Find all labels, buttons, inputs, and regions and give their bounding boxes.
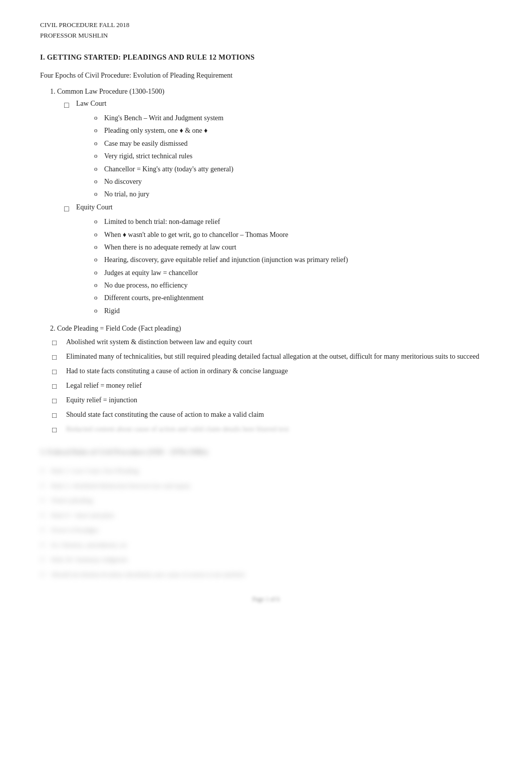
bullet-char: □: [52, 424, 61, 436]
blurred-line: □ Rule 56: Summary Judgment: [40, 553, 492, 566]
list-item: o Hearing, discovery, gave equitable rel…: [94, 254, 492, 266]
numbered-item-1: 1. Common Law Procedure (1300-1500) □ La…: [40, 88, 492, 317]
list-item: o When there is no adequate remedy at la…: [94, 242, 492, 253]
sub-marker: o: [94, 306, 100, 316]
numbered-label-2: 2. Code Pleading = Field Code (Fact plea…: [40, 325, 492, 333]
sub-marker: o: [94, 254, 100, 265]
sub-marker: o: [94, 125, 100, 136]
code-pleading-list: □ Abolished writ system & distinction be…: [40, 337, 492, 436]
bullet-law-court-label: Law Court: [76, 100, 106, 108]
section3-title: 3. Federal Rules of Civil Procedure (193…: [40, 446, 492, 458]
list-item: o Chancellor = King's atty (today's atty…: [94, 164, 492, 175]
numbered-list: 1. Common Law Procedure (1300-1500) □ La…: [40, 88, 492, 436]
list-item: o Judges at equity law = chancellor: [94, 268, 492, 279]
bullet-char: □: [52, 337, 61, 349]
bullet-char: □: [52, 366, 61, 378]
bullet-equity-court-label: Equity Court: [76, 203, 113, 211]
header-block: CIVIL PROCEDURE FALL 2018 PROFESSOR MUSH…: [40, 20, 492, 41]
header-line2: PROFESSOR MUSHLIN: [40, 31, 492, 41]
list-item: o Very rigid, strict technical rules: [94, 151, 492, 162]
list-item: o No due process, no efficiency: [94, 280, 492, 291]
sub-marker: o: [94, 113, 100, 123]
sub-marker: o: [94, 293, 100, 303]
header-line1: CIVIL PROCEDURE FALL 2018: [40, 20, 492, 31]
sub-marker: o: [94, 229, 100, 240]
bullet-law-court: □ Law Court o King's Bench – Writ and Ju…: [40, 100, 492, 200]
sub-marker: o: [94, 164, 100, 174]
blurred-line: □ Rule 1: Law Court, Fact Pleading: [40, 464, 492, 477]
section3-content: □ Rule 1: Law Court, Fact Pleading □ Rul…: [40, 464, 492, 581]
bullet-char-2: □: [64, 203, 72, 214]
sub-marker: o: [94, 280, 100, 291]
list-item: o Pleading only system, one ♦ & one ♦: [94, 125, 492, 136]
sub-marker: o: [94, 151, 100, 161]
section-title: I. GETTING STARTED: PLEADINGS AND RULE 1…: [40, 53, 492, 62]
blurred-line: □ Ex: Dismiss, amendment, etc: [40, 539, 492, 552]
bullet-char-1: □: [64, 100, 72, 111]
blurred-line: □ Should not dismiss ♦ unless absolutely…: [40, 568, 492, 581]
list-item: □ Legal relief = money relief: [40, 380, 492, 392]
law-court-sub-list: o King's Bench – Writ and Judgment syste…: [64, 113, 492, 200]
blurred-line: □ Rule 8 = short and plain: [40, 509, 492, 522]
numbered-label-1: 1. Common Law Procedure (1300-1500): [40, 88, 492, 96]
list-item: o Limited to bench trial: non-damage rel…: [94, 216, 492, 227]
list-item: □ Eliminated many of technicalities, but…: [40, 351, 492, 363]
list-item: □ Should state fact constituting the cau…: [40, 409, 492, 421]
sub-marker: o: [94, 216, 100, 227]
numbered-item-2: 2. Code Pleading = Field Code (Fact plea…: [40, 325, 492, 436]
bullet-char: □: [52, 351, 61, 363]
list-item: □ Abolished writ system & distinction be…: [40, 337, 492, 349]
subtitle: Four Epochs of Civil Procedure: Evolutio…: [40, 72, 492, 80]
page-number: Page 1 of 6: [40, 596, 492, 603]
blurred-line: □ Notice pleading: [40, 494, 492, 507]
list-item: □ Redacted content about cause of action…: [40, 424, 492, 436]
sub-marker: o: [94, 176, 100, 187]
list-item: o Different courts, pre-enlightenment: [94, 293, 492, 304]
bullet-equity-court: □ Equity Court o Limited to bench trial:…: [40, 203, 492, 317]
list-item: o No trial, no jury: [94, 189, 492, 200]
sub-marker: o: [94, 268, 100, 278]
list-item: □ Equity relief = injunction: [40, 395, 492, 407]
list-item: □ Had to state facts constituting a caus…: [40, 366, 492, 378]
bullet-char: □: [52, 409, 61, 421]
sub-marker: o: [94, 189, 100, 199]
blurred-section: 3. Federal Rules of Civil Procedure (193…: [40, 446, 492, 581]
blurred-line: □ Power of ♦ judges: [40, 524, 492, 537]
blurred-line: □ Rule 2: Abolished distinction between …: [40, 479, 492, 492]
sub-marker: o: [94, 138, 100, 149]
list-item: o Rigid: [94, 306, 492, 317]
bullet-char: □: [52, 395, 61, 407]
bullet-char: □: [52, 380, 61, 392]
list-item: o Case may be easily dismissed: [94, 138, 492, 149]
list-item: o When ♦ wasn't able to get writ, go to …: [94, 229, 492, 240]
list-item: o No discovery: [94, 176, 492, 187]
sub-marker: o: [94, 242, 100, 252]
equity-court-sub-list: o Limited to bench trial: non-damage rel…: [64, 216, 492, 317]
list-item: o King's Bench – Writ and Judgment syste…: [94, 113, 492, 124]
